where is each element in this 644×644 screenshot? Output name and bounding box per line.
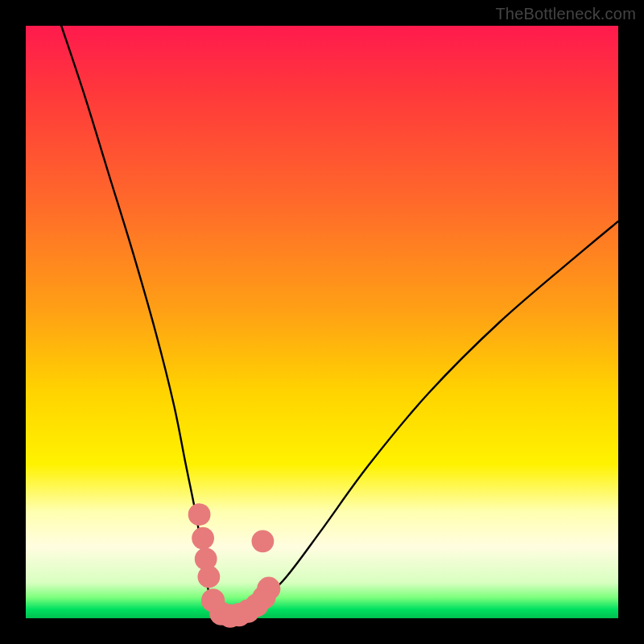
bottleneck-curve (61, 26, 618, 619)
marker-point (198, 566, 221, 588)
marker-point (192, 527, 214, 550)
highlighted-points (188, 503, 281, 627)
chart-svg (26, 26, 618, 618)
chart-frame: TheBottleneck.com (0, 0, 644, 644)
marker-point (252, 530, 275, 552)
watermark: TheBottleneck.com (495, 5, 636, 23)
marker-point (188, 503, 211, 526)
marker-point (257, 577, 280, 601)
